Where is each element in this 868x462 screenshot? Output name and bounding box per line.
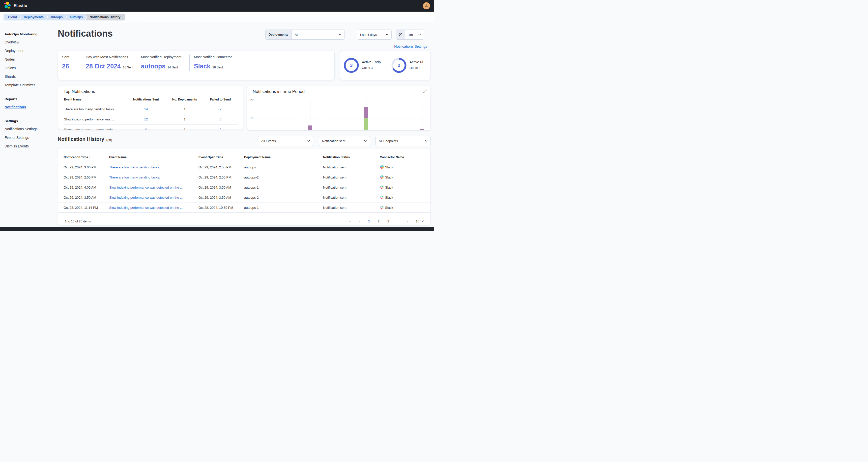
notification-status-cell: Notification sent — [323, 196, 346, 199]
active-gauges-card: 3 Active Endp... Out of 3 2 Active Fi...… — [340, 50, 431, 80]
history-table-panel: Notification Time ↓ Event Name Event Ope… — [58, 148, 431, 225]
stacked-bar[interactable] — [420, 129, 424, 131]
sent-count-link[interactable]: 0 — [145, 128, 147, 130]
refresh-clock-icon[interactable] — [396, 30, 405, 39]
table-row: Oct 28, 2024, 11:14 PMSlow indexing perf… — [58, 202, 431, 212]
sidebar-item-indices[interactable]: Indices — [4, 66, 48, 70]
sort-desc-icon: ↓ — [89, 155, 90, 159]
col-failed-to-send: Failed to Send — [210, 98, 231, 101]
connector-cell: Slack — [380, 206, 393, 209]
col-no-deployments: No. Deployments — [172, 98, 197, 101]
slack-icon — [380, 196, 383, 199]
user-avatar[interactable]: A — [423, 2, 430, 9]
stat-connector-value: Slack — [194, 63, 210, 70]
table-row: Oct 29, 2024, 4:05 AMSlow indexing perfo… — [58, 182, 431, 192]
first-page-button[interactable]: « — [346, 218, 354, 224]
event-name-link[interactable]: Slow indexing performance was detected o… — [109, 196, 183, 199]
notification-status-cell: Notification sent — [323, 206, 346, 209]
page-3-button[interactable]: 3 — [384, 218, 392, 224]
top-bar: Elastic A — [0, 0, 434, 11]
deployments-count: 1 — [184, 107, 185, 111]
chevron-down-icon — [385, 33, 389, 36]
active-filters-sub: Out of 3 — [409, 66, 421, 70]
bar-segment-top — [420, 129, 424, 131]
events-filter[interactable]: All Events — [258, 136, 313, 146]
stacked-bar[interactable] — [364, 107, 368, 131]
deployments-filter[interactable]: Deployments All — [265, 30, 345, 40]
active-filters-gauge: 2 — [391, 57, 407, 74]
sidebar-item-deployment[interactable]: Deployment — [4, 49, 48, 53]
failed-count-link[interactable]: 7 — [219, 107, 221, 111]
notification-status-cell: Notification sent — [323, 185, 346, 189]
col-deployment-name: Deployment Name — [244, 155, 271, 159]
sidebar-item-nodes[interactable]: Nodes — [4, 57, 48, 61]
pagination: « ‹ 1 2 3 › » 10 — [346, 218, 425, 224]
prev-page-button[interactable]: ‹ — [356, 218, 363, 224]
chevron-down-icon — [364, 139, 367, 143]
sidebar-item-overview[interactable]: Overview — [4, 40, 48, 44]
event-name-link[interactable]: Slow indexing performance was detected o… — [109, 206, 183, 209]
failed-count-link[interactable]: 6 — [219, 117, 221, 121]
sidebar-item-events-settings[interactable]: Events Settings — [4, 136, 48, 140]
sent-count-link[interactable]: 12 — [144, 117, 148, 121]
failed-count-link[interactable]: 3 — [219, 128, 221, 130]
sidebar-item-dismiss-events[interactable]: Dismiss Events — [4, 144, 48, 148]
breadcrumb-cloud[interactable]: Cloud — [3, 14, 21, 21]
endpoints-filter[interactable]: All Endpoints — [375, 136, 431, 146]
breadcrumb: Cloud Deployments autoops AutoOps Notifi… — [0, 11, 434, 23]
sidebar-item-template-optimizer[interactable]: Template Optimizer — [4, 83, 48, 87]
slack-icon — [380, 165, 383, 169]
page-2-button[interactable]: 2 — [375, 218, 382, 224]
page-1-button[interactable]: 1 — [365, 218, 373, 224]
top-notifications-title: Top Notifications — [64, 89, 95, 94]
breadcrumb-deployments[interactable]: Deployments — [19, 14, 48, 21]
rows-per-page-select[interactable]: 10 — [416, 220, 425, 223]
time-range-select[interactable]: Last 4 days — [357, 30, 392, 40]
event-name-link[interactable]: There are too many pending tasks. — [109, 175, 160, 179]
event-open-time-cell: Oct 29, 2024, 3:50 AM — [198, 196, 231, 199]
notifications-settings-link[interactable]: Notifications Settings — [394, 45, 427, 49]
event-name-cell: There are too many pending tasks. — [64, 107, 115, 111]
notification-time-cell: Oct 29, 2024, 2:55 PM — [64, 175, 96, 179]
breadcrumb-autoops-app[interactable]: AutoOps — [65, 14, 87, 21]
stat-day-suffix: 16 Sent — [123, 66, 133, 69]
window-bottom-strip — [0, 227, 434, 231]
deployments-count: 1 — [184, 128, 185, 130]
col-notification-status: Notification Status — [323, 155, 350, 159]
sent-count-link[interactable]: 14 — [144, 107, 148, 111]
notification-time-cell: Oct 29, 2024, 4:05 AM — [64, 185, 96, 189]
col-event-name: Event Name — [109, 155, 127, 159]
page-title: Notifications — [58, 28, 113, 39]
bar-segment-bottom — [364, 118, 368, 131]
connector-cell: Slack — [380, 175, 393, 179]
stat-connector-suffix: 26 Sent — [212, 66, 223, 69]
event-name-link[interactable]: Slow indexing performance was detected o… — [109, 185, 183, 189]
stat-sent-value: 26 — [62, 63, 69, 70]
deployment-name-cell: autoops-1 — [244, 185, 259, 189]
breadcrumb-current: Notifications History — [85, 14, 125, 21]
status-filter[interactable]: Notification sent — [319, 136, 370, 146]
last-page-button[interactable]: » — [404, 218, 411, 224]
stat-deployment-suffix: 14 Sent — [167, 66, 178, 69]
next-page-button[interactable]: › — [394, 218, 402, 224]
notification-status-cell: Notification sent — [323, 165, 346, 169]
chevron-down-icon — [338, 33, 342, 36]
deployment-name-cell: autoops-1 — [244, 206, 259, 209]
event-name-link[interactable]: There are too many pending tasks. — [109, 165, 160, 169]
deployments-count: 1 — [184, 117, 185, 121]
stacked-bar[interactable] — [308, 125, 312, 131]
deployment-name-cell: autoops-2 — [244, 175, 259, 179]
auto-refresh-control[interactable]: 1m — [396, 30, 424, 40]
breadcrumb-autoops[interactable]: autoops — [46, 14, 67, 21]
sidebar-item-notifications[interactable]: Notifications — [4, 105, 48, 109]
deployments-filter-value: All — [295, 33, 298, 37]
col-notification-time[interactable]: Notification Time ↓ — [64, 155, 90, 159]
stat-deployment-label: Most Notified Deployment — [141, 55, 181, 59]
connector-cell: Slack — [380, 165, 393, 169]
app-window: Elastic A Cloud Deployments autoops Auto… — [0, 0, 434, 231]
sidebar-item-notifications-settings[interactable]: Notifications Settings — [4, 127, 48, 131]
sidebar-item-shards[interactable]: Shards — [4, 75, 48, 79]
chevron-down-icon — [418, 33, 422, 36]
bar-segment-top — [308, 125, 312, 131]
refresh-interval-value: 1m — [408, 33, 413, 37]
